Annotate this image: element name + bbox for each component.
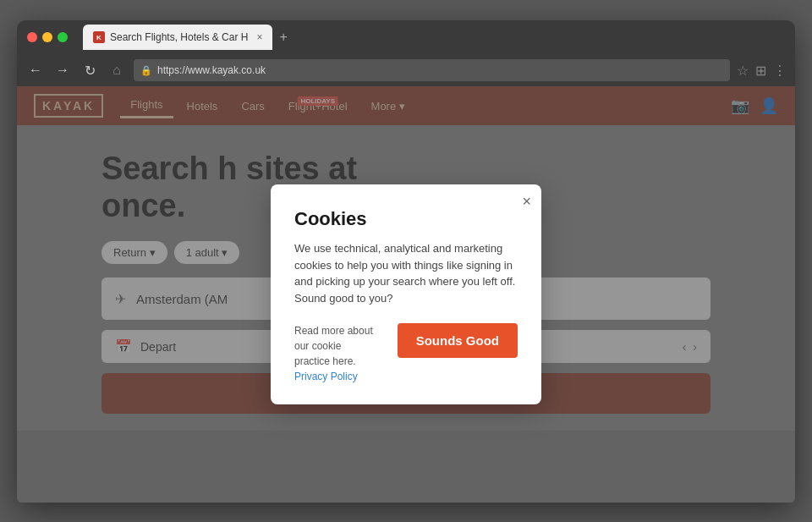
traffic-light-green[interactable] <box>58 32 68 42</box>
cookie-modal: × Cookies We use technical, analytical a… <box>271 184 541 404</box>
menu-icon[interactable]: ⋮ <box>773 63 787 79</box>
tab-favicon: K <box>93 31 105 43</box>
modal-footer: Read more about our cookie practice here… <box>294 323 518 384</box>
sounds-good-button[interactable]: Sounds Good <box>398 323 518 358</box>
new-tab-button[interactable]: + <box>279 30 287 45</box>
extensions-icon[interactable]: ⊞ <box>755 63 766 79</box>
bookmark-icon[interactable]: ☆ <box>737 63 749 79</box>
modal-overlay: × Cookies We use technical, analytical a… <box>17 86 795 503</box>
tab-close-button[interactable]: × <box>256 31 262 43</box>
website-content: KAYAK Flights Hotels Cars HOLIDAYS Fligh… <box>17 86 795 503</box>
forward-button[interactable]: → <box>52 60 73 80</box>
privacy-policy-link[interactable]: Privacy Policy <box>294 371 358 382</box>
modal-body: We use technical, analytical and marketi… <box>294 240 518 306</box>
browser-toolbar: ← → ↻ ⌂ 🔒 https://www.kayak.co.uk ☆ ⊞ ⋮ <box>17 54 795 86</box>
traffic-light-yellow[interactable] <box>42 32 52 42</box>
address-bar[interactable]: 🔒 https://www.kayak.co.uk <box>134 59 730 81</box>
traffic-lights <box>27 32 68 42</box>
cookie-practice-line2: practice here. <box>294 354 384 369</box>
modal-close-button[interactable]: × <box>522 193 531 211</box>
lock-icon: 🔒 <box>140 65 152 76</box>
back-button[interactable]: ← <box>25 60 46 80</box>
refresh-button[interactable]: ↻ <box>80 60 100 80</box>
traffic-light-red[interactable] <box>27 32 37 42</box>
home-button[interactable]: ⌂ <box>107 60 127 80</box>
url-text: https://www.kayak.co.uk <box>157 64 266 76</box>
modal-title: Cookies <box>294 208 518 230</box>
browser-titlebar: K Search Flights, Hotels & Car H × + <box>17 20 795 54</box>
tab-title: Search Flights, Hotels & Car H <box>110 31 248 43</box>
active-tab[interactable]: K Search Flights, Hotels & Car H × <box>83 25 272 50</box>
browser-window: K Search Flights, Hotels & Car H × + ← →… <box>17 20 795 503</box>
toolbar-actions: ☆ ⊞ ⋮ <box>737 63 787 79</box>
tab-bar: K Search Flights, Hotels & Car H × + <box>83 25 785 50</box>
cookie-practice-line1: Read more about our cookie <box>294 323 384 354</box>
modal-links-section: Read more about our cookie practice here… <box>294 323 384 384</box>
